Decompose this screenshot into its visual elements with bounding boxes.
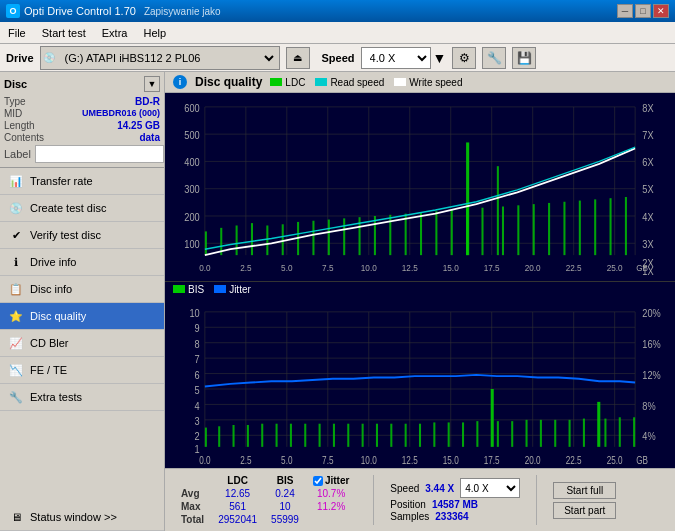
svg-text:4%: 4% [642, 430, 655, 442]
menu-file[interactable]: File [0, 22, 34, 43]
svg-text:300: 300 [184, 184, 200, 196]
svg-rect-32 [405, 214, 407, 256]
extra-tests-icon: 🔧 [8, 389, 24, 405]
type-label: Type [4, 96, 26, 107]
status-window-icon: 🖥 [8, 509, 24, 525]
svg-text:100: 100 [184, 238, 200, 250]
jitter-color [214, 285, 226, 293]
sidebar-item-drive-info[interactable]: ℹ Drive info [0, 249, 164, 276]
disc-menu-btn[interactable]: ▼ [144, 76, 160, 92]
disc-title: Disc [4, 78, 27, 90]
svg-text:20.0: 20.0 [525, 455, 541, 466]
disc-quality-icon: ⭐ [8, 308, 24, 324]
svg-text:6: 6 [195, 369, 200, 381]
speed-stat-dropdown[interactable]: 4.0 X [460, 478, 520, 498]
speed-stat-label: Speed [390, 483, 419, 494]
transfer-rate-label: Transfer rate [30, 175, 93, 187]
svg-text:8: 8 [195, 338, 200, 350]
drive-select[interactable]: (G:) ATAPI iHBS112 2 PL06 [57, 47, 277, 69]
svg-text:10.0: 10.0 [361, 262, 377, 273]
eject-button[interactable]: ⏏ [286, 47, 310, 69]
svg-rect-24 [282, 224, 284, 255]
transfer-rate-icon: 📊 [8, 173, 24, 189]
legend-ldc-label: LDC [285, 77, 305, 88]
svg-rect-116 [476, 421, 478, 447]
sidebar-item-transfer-rate[interactable]: 📊 Transfer rate [0, 168, 164, 195]
svg-rect-127 [619, 417, 621, 447]
svg-rect-100 [247, 425, 249, 447]
svg-rect-30 [374, 216, 376, 255]
sidebar-item-disc-info[interactable]: 📋 Disc info [0, 276, 164, 303]
ldc-header: LDC [212, 475, 263, 486]
legend-write-label: Write speed [409, 77, 462, 88]
svg-text:12%: 12% [642, 369, 660, 381]
svg-rect-44 [579, 201, 581, 256]
toolbar-btn-2[interactable]: 🔧 [482, 47, 506, 69]
window-controls: ─ □ ✕ [617, 4, 669, 18]
svg-rect-112 [419, 424, 421, 447]
svg-text:10.0: 10.0 [361, 455, 377, 466]
chart1-svg: 600 500 400 300 200 100 0.0 2.5 5.0 7.5 … [169, 95, 671, 279]
bis-max: 10 [265, 501, 305, 512]
svg-rect-128 [633, 417, 635, 447]
jitter-avg: 10.7% [307, 488, 355, 499]
legend-read-label: Read speed [330, 77, 384, 88]
svg-rect-104 [304, 424, 306, 447]
menu-start-test[interactable]: Start test [34, 22, 94, 43]
sidebar-item-cd-bler[interactable]: 📈 CD Bler [0, 330, 164, 357]
drive-info-icon: ℹ [8, 254, 24, 270]
chart2-svg: 10 9 8 7 6 5 4 3 2 1 0.0 2.5 5.0 7.5 10.… [169, 299, 671, 466]
create-test-disc-icon: 💿 [8, 200, 24, 216]
label-input[interactable] [35, 145, 164, 163]
disc-quality-label: Disc quality [30, 310, 86, 322]
svg-text:4: 4 [195, 399, 200, 411]
svg-rect-45 [594, 199, 596, 255]
close-button[interactable]: ✕ [653, 4, 669, 18]
start-full-button[interactable]: Start full [553, 482, 616, 499]
legend-write-color [394, 78, 406, 86]
menu-help[interactable]: Help [135, 22, 174, 43]
contents-label: Contents [4, 132, 44, 143]
action-buttons: Start full Start part [553, 482, 616, 519]
svg-rect-126 [604, 418, 606, 446]
start-part-button[interactable]: Start part [553, 502, 616, 519]
minimize-button[interactable]: ─ [617, 4, 633, 18]
jitter-checkbox[interactable] [313, 476, 323, 486]
svg-text:2: 2 [195, 430, 200, 442]
svg-rect-101 [261, 424, 263, 447]
speed-select[interactable]: 4.0 X [361, 47, 431, 69]
sidebar-item-status-window[interactable]: 🖥 Status window >> [0, 504, 164, 531]
sidebar-item-create-test-disc[interactable]: 💿 Create test disc [0, 195, 164, 222]
sidebar-item-disc-quality[interactable]: ⭐ Disc quality [0, 303, 164, 330]
svg-rect-22 [251, 223, 253, 255]
sidebar-item-verify-test-disc[interactable]: ✔ Verify test disc [0, 222, 164, 249]
svg-rect-34 [435, 211, 437, 255]
sidebar-item-fe-te[interactable]: 📉 FE / TE [0, 357, 164, 384]
svg-text:10: 10 [189, 307, 199, 319]
toolbar-btn-1[interactable]: ⚙ [452, 47, 476, 69]
maximize-button[interactable]: □ [635, 4, 651, 18]
app-icon: O [6, 4, 20, 18]
mid-value: UMEBDR016 (000) [82, 108, 160, 119]
cd-bler-icon: 📈 [8, 335, 24, 351]
status-window-label: Status window >> [30, 511, 117, 523]
svg-rect-43 [563, 202, 565, 255]
menu-extra[interactable]: Extra [94, 22, 136, 43]
ldc-total: 2952041 [212, 514, 263, 525]
ldc-avg: 12.65 [212, 488, 263, 499]
disc-quality-header-icon: i [173, 75, 187, 89]
disc-section: Disc ▼ Type BD-R MID UMEBDR016 (000) Len… [0, 72, 164, 168]
disc-quality-header: i Disc quality LDC Read speed Write spee… [165, 72, 675, 93]
svg-rect-35 [451, 210, 453, 255]
svg-text:20%: 20% [642, 307, 660, 319]
extra-tests-label: Extra tests [30, 391, 82, 403]
chart2-legend: BIS Jitter [165, 282, 675, 297]
svg-text:7.5: 7.5 [322, 262, 333, 273]
svg-text:2.5: 2.5 [240, 455, 251, 466]
svg-text:25.0: 25.0 [607, 455, 623, 466]
bis-avg: 0.24 [265, 488, 305, 499]
sidebar-item-extra-tests[interactable]: 🔧 Extra tests [0, 384, 164, 411]
svg-rect-99 [233, 425, 235, 447]
svg-text:400: 400 [184, 157, 200, 169]
toolbar-btn-3[interactable]: 💾 [512, 47, 536, 69]
